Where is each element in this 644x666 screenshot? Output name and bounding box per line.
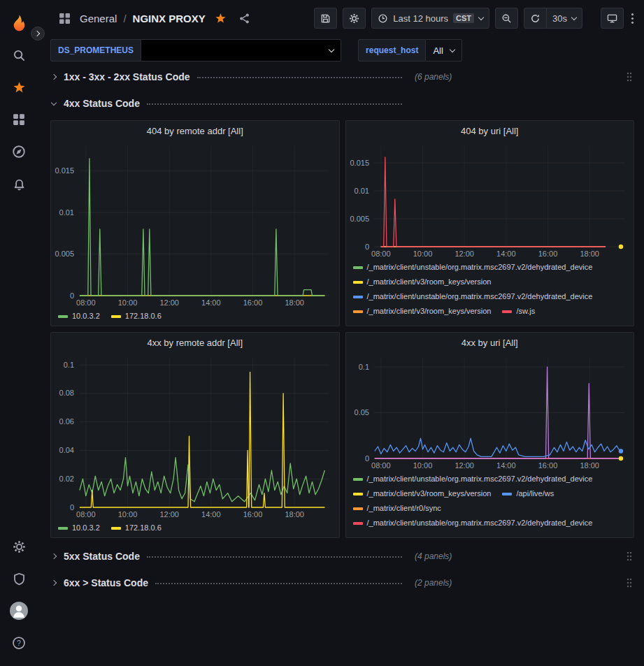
series-color-swatch <box>502 310 512 313</box>
series-label: /_matrix/client/r0/sync <box>367 501 441 516</box>
series-color-swatch <box>502 493 512 495</box>
datasource-select[interactable] <box>141 39 341 61</box>
save-icon <box>320 13 331 24</box>
gear-icon <box>349 13 359 24</box>
legend-item[interactable]: /api/live/ws <box>502 486 554 501</box>
svg-text:0.005: 0.005 <box>350 215 369 223</box>
timeseries-chart[interactable]: 08:0010:0012:0014:0016:0018:0000.020.040… <box>51 352 339 520</box>
legend-item[interactable]: 10.0.3.2 <box>58 309 100 324</box>
configuration-gear-icon[interactable] <box>0 530 38 563</box>
legend-item[interactable]: 10.0.3.2 <box>58 521 100 535</box>
series-color-swatch <box>353 507 363 510</box>
timeseries-chart[interactable]: 08:0010:0012:0014:0016:0018:0000.0050.01… <box>346 140 634 259</box>
row-drag-handle[interactable] <box>624 70 634 84</box>
legend-item[interactable]: 172.18.0.6 <box>111 521 162 535</box>
panel-404-by-uri: 404 by uri [All] 08:0010:0012:0014:0016:… <box>345 120 635 326</box>
refresh-interval-dropdown[interactable]: 30s <box>547 8 582 29</box>
svg-text:0.04: 0.04 <box>59 446 74 454</box>
alerting-bell-icon[interactable] <box>0 168 38 200</box>
legend-item[interactable]: /_matrix/client/v3/room_keys/version <box>353 275 492 289</box>
chevron-down-icon <box>478 14 484 20</box>
series-label: 10.0.3.2 <box>72 309 100 324</box>
svg-text:0.05: 0.05 <box>354 408 368 417</box>
chevron-down-icon <box>329 46 334 52</box>
legend-item[interactable]: /_matrix/client/unstable/org.matrix.msc2… <box>353 289 593 304</box>
refresh-interval-label: 30s <box>552 13 567 24</box>
svg-text:10:00: 10:00 <box>118 510 138 519</box>
help-icon[interactable]: ? <box>0 627 38 659</box>
svg-text:18:00: 18:00 <box>285 510 304 519</box>
row-title: 6xx > Status Code <box>64 577 148 588</box>
dashboard-canvas: 1xx - 3xx - 2xx Status Code (6 panels) 4… <box>38 64 644 666</box>
svg-text:0.015: 0.015 <box>350 159 369 167</box>
legend-item[interactable]: /_matrix/client/v3/room_keys/version <box>353 304 492 319</box>
request-host-value: All <box>433 45 443 56</box>
svg-text:0: 0 <box>70 503 74 512</box>
dashboard-row-5xx[interactable]: 5xx Status Code (4 panels) <box>50 546 634 566</box>
share-dashboard-button[interactable] <box>236 10 253 27</box>
legend-item[interactable]: /_matrix/client/unstable/org.matrix.msc2… <box>353 260 593 275</box>
server-admin-shield-icon[interactable] <box>0 563 38 595</box>
timeseries-chart[interactable]: 08:0010:0012:0014:0016:0018:0000.0050.01… <box>51 140 339 308</box>
star-dashboard-button[interactable] <box>212 10 229 27</box>
breadcrumb-section[interactable]: General <box>80 13 117 24</box>
chart-svg: 08:0010:0012:0014:0016:0018:0000.050.1 <box>346 352 634 471</box>
svg-text:12:00: 12:00 <box>159 510 179 519</box>
zoom-out-button[interactable] <box>495 8 518 29</box>
tv-mode-button[interactable] <box>601 8 624 29</box>
row-drag-handle[interactable] <box>624 549 634 563</box>
time-range-label: Last 12 hours <box>393 13 448 24</box>
svg-text:?: ? <box>17 639 21 647</box>
starred-dashboards-icon[interactable] <box>0 71 38 103</box>
panel-title[interactable]: 404 by uri [All] <box>346 121 634 140</box>
refresh-group: 30s <box>524 8 582 29</box>
search-icon[interactable] <box>0 39 38 71</box>
series-label: 10.0.3.2 <box>72 521 100 535</box>
legend-item[interactable]: /_matrix/client/r0/sync <box>353 501 441 516</box>
svg-text:12:00: 12:00 <box>159 298 179 307</box>
variable-label-datasource[interactable]: DS_PROMETHEUS <box>50 39 141 61</box>
svg-text:14:00: 14:00 <box>496 249 516 258</box>
legend-item[interactable]: /_matrix/client/unstable/org.matrix.msc2… <box>353 472 593 486</box>
row-drag-handle[interactable] <box>624 576 634 590</box>
series-color-swatch <box>111 527 121 530</box>
kebab-menu-icon[interactable] <box>629 10 636 27</box>
legend-item[interactable]: /sw.js <box>502 304 535 319</box>
save-dashboard-button[interactable] <box>314 8 337 29</box>
svg-text:08:00: 08:00 <box>371 249 391 258</box>
dashboards-icon[interactable] <box>0 103 38 136</box>
panel-title[interactable]: 4xx by remote addr [All] <box>51 333 339 352</box>
time-range-picker[interactable]: Last 12 hours CST <box>371 8 489 29</box>
series-color-swatch <box>353 281 363 284</box>
legend-item[interactable]: /_matrix/client/v3/room_keys/version <box>353 486 492 501</box>
refresh-button[interactable] <box>524 8 547 29</box>
row-dotted-line <box>155 577 402 584</box>
series-color-swatch <box>58 315 68 318</box>
drag-dots-icon <box>626 551 633 562</box>
chevron-right-icon <box>51 580 57 586</box>
svg-text:0.02: 0.02 <box>59 475 74 483</box>
panel-title[interactable]: 404 by remote addr [All] <box>51 121 339 140</box>
svg-text:18:00: 18:00 <box>285 298 304 307</box>
series-color-swatch <box>111 315 121 318</box>
legend-item[interactable]: 172.18.0.6 <box>111 309 162 324</box>
legend-item[interactable]: /_matrix/client/unstable/org.matrix.msc2… <box>353 516 593 530</box>
dashboard-settings-button[interactable] <box>343 8 366 29</box>
request-host-select[interactable]: All <box>426 39 461 61</box>
sidebar-expand-button[interactable] <box>31 27 45 41</box>
dashboard-row-1xx-3xx-2xx[interactable]: 1xx - 3xx - 2xx Status Code (6 panels) <box>50 67 634 87</box>
user-avatar[interactable] <box>0 595 38 627</box>
series-label: /_matrix/client/v3/room_keys/version <box>367 275 492 289</box>
panel-title[interactable]: 4xx by uri [All] <box>346 333 634 352</box>
svg-text:08:00: 08:00 <box>76 510 96 519</box>
timeseries-chart[interactable]: 08:0010:0012:0014:0016:0018:0000.050.1 <box>346 352 634 471</box>
svg-text:18:00: 18:00 <box>580 249 599 258</box>
svg-text:0.08: 0.08 <box>59 389 74 397</box>
variable-label-request-host[interactable]: request_host <box>358 39 426 61</box>
header-actions: Last 12 hours CST 30s <box>314 8 636 29</box>
series-label: 172.18.0.6 <box>125 309 162 324</box>
dashboard-row-6xx[interactable]: 6xx > Status Code (2 panels) <box>50 573 634 593</box>
dashboard-row-4xx[interactable]: 4xx Status Code <box>50 94 634 113</box>
explore-compass-icon[interactable] <box>0 136 38 168</box>
clock-icon <box>378 13 388 24</box>
